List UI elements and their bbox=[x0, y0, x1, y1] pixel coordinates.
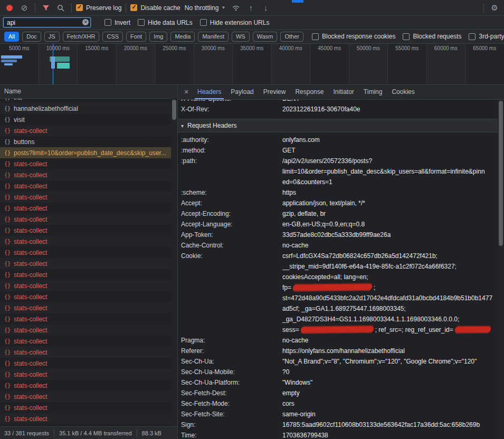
request-row[interactable]: {}stats-collect bbox=[0, 380, 177, 391]
header-row: Pragma:no-cache bbox=[178, 335, 498, 346]
request-row[interactable]: {}stats-collect bbox=[0, 369, 177, 380]
request-row[interactable]: {}stats-collect bbox=[0, 280, 177, 291]
tab-cookies[interactable]: Cookies bbox=[387, 85, 419, 99]
header-value-line: application/json, text/plain, */* bbox=[282, 198, 498, 208]
export-har-button[interactable]: ↓ bbox=[259, 2, 272, 14]
request-row[interactable]: {}stats-collect bbox=[0, 225, 177, 236]
filter-input[interactable] bbox=[3, 17, 91, 27]
timeline-tick-label: 65000 ms bbox=[465, 45, 504, 51]
clear-button[interactable]: ⊘ bbox=[18, 2, 31, 14]
section-title: Request Headers bbox=[187, 122, 236, 129]
header-name: Accept-Encoding: bbox=[181, 208, 282, 219]
request-row[interactable]: {}init bbox=[0, 99, 177, 103]
type-chip-js[interactable]: JS bbox=[44, 32, 60, 42]
checkbox-hide-extension-urls[interactable]: Hide extension URLs bbox=[200, 19, 270, 26]
request-row[interactable]: {}visit bbox=[0, 114, 177, 125]
name-column-header[interactable]: Name bbox=[0, 85, 177, 99]
request-row[interactable]: {}stats-collect bbox=[0, 247, 177, 258]
type-chip-manifest[interactable]: Manifest bbox=[198, 32, 229, 42]
request-row[interactable]: {}stats-collect bbox=[0, 203, 177, 214]
tab-preview[interactable]: Preview bbox=[259, 85, 291, 99]
request-row[interactable]: {}stats-collect bbox=[0, 291, 177, 302]
timeline-tick-label: 25000 ms bbox=[155, 45, 194, 51]
request-row[interactable]: {}stats-collect bbox=[0, 169, 177, 180]
request-name: stats-collect bbox=[14, 194, 47, 201]
disable-cache-checkbox[interactable]: Disable cache bbox=[130, 4, 180, 12]
tab-headers[interactable]: Headers bbox=[193, 85, 226, 99]
type-chip-doc[interactable]: Doc bbox=[22, 32, 41, 42]
header-value-line: ?0 bbox=[282, 367, 498, 377]
request-row[interactable]: {}stats-collect bbox=[0, 358, 177, 369]
request-row[interactable]: {}stats-collect bbox=[0, 269, 177, 280]
request-row[interactable]: {}stats-collect bbox=[0, 192, 177, 203]
request-row[interactable]: {}stats-collect bbox=[0, 158, 177, 169]
checkbox-checked-icon bbox=[76, 4, 83, 11]
header-row: Cookie:csrf=LdfcGX4Sa72db06824c657db26a5… bbox=[178, 251, 498, 335]
request-row[interactable]: {}stats-collect bbox=[0, 180, 177, 192]
scrollbar-thumb[interactable] bbox=[499, 101, 503, 246]
header-value: DENY bbox=[282, 100, 498, 104]
timeline-tick-label: 35000 ms bbox=[233, 45, 271, 51]
tab-initiator[interactable]: Initiator bbox=[328, 85, 358, 99]
checkbox-3rd-party-requests[interactable]: 3rd-party requests bbox=[469, 33, 504, 40]
search-button[interactable] bbox=[54, 2, 67, 14]
throttling-select[interactable]: No throttling ▼ bbox=[183, 4, 228, 12]
type-chip-img[interactable]: Img bbox=[149, 32, 167, 42]
request-row[interactable]: {}stats-collect bbox=[0, 347, 177, 358]
request-row[interactable]: {}buttons bbox=[0, 136, 177, 147]
type-chip-font[interactable]: Font bbox=[126, 32, 146, 42]
scrollbar-thumb[interactable] bbox=[172, 100, 176, 120]
type-chip-fetch-xhr[interactable]: Fetch/XHR bbox=[63, 32, 100, 42]
request-row[interactable]: {}hannahelizabethofficial bbox=[0, 103, 177, 114]
request-row[interactable]: {}stats-collect bbox=[0, 302, 177, 313]
request-row[interactable]: {}stats-collect bbox=[0, 125, 177, 136]
type-chip-all[interactable]: All bbox=[4, 32, 19, 42]
header-name: Sec-Ch-Ua-Mobile: bbox=[181, 367, 282, 377]
header-name: Sign: bbox=[181, 419, 282, 430]
network-conditions-button[interactable] bbox=[230, 2, 242, 14]
request-row[interactable]: {}stats-collect bbox=[0, 413, 177, 424]
header-value-line: no-cache bbox=[282, 335, 498, 346]
request-name: stats-collect bbox=[14, 404, 47, 412]
checkbox-hide-data-urls[interactable]: Hide data URLs bbox=[138, 19, 193, 26]
request-row[interactable]: {}stats-collect bbox=[0, 336, 177, 347]
settings-button[interactable]: ⚙ bbox=[488, 2, 501, 14]
close-details-button[interactable]: ✕ bbox=[180, 89, 193, 96]
request-row[interactable]: {}stats-collect bbox=[0, 325, 177, 336]
record-button[interactable] bbox=[3, 2, 16, 14]
timeline-overview[interactable]: 5000 ms10000 ms15000 ms20000 ms25000 ms3… bbox=[0, 44, 504, 85]
request-row[interactable]: {}stats-collect bbox=[0, 391, 177, 402]
tab-response[interactable]: Response bbox=[290, 85, 328, 99]
header-value: gzip, deflate, br bbox=[282, 208, 498, 219]
request-headers-section-header[interactable]: ▾ Request Headers bbox=[178, 119, 498, 132]
json-request-icon: {} bbox=[4, 394, 11, 399]
json-request-icon: {} bbox=[4, 150, 11, 156]
request-row[interactable]: {}stats-collect bbox=[0, 313, 177, 325]
json-request-icon: {} bbox=[4, 294, 11, 300]
type-chip-media[interactable]: Media bbox=[170, 32, 195, 42]
tab-timing[interactable]: Timing bbox=[359, 85, 387, 99]
request-list-scrollbar[interactable] bbox=[171, 98, 177, 426]
checkbox-blocked-requests[interactable]: Blocked requests bbox=[403, 33, 461, 40]
checkbox-blocked-response-cookies[interactable]: Blocked response cookies bbox=[312, 33, 395, 40]
tab-payload[interactable]: Payload bbox=[226, 85, 258, 99]
type-chip-wasm[interactable]: Wasm bbox=[253, 32, 278, 42]
type-chip-other[interactable]: Other bbox=[280, 32, 303, 42]
checkbox-invert[interactable]: Invert bbox=[104, 19, 130, 26]
import-har-button[interactable]: ↑ bbox=[244, 2, 257, 14]
timeline-cell: 20000 ms bbox=[117, 44, 156, 84]
redaction-scribble bbox=[300, 326, 374, 332]
request-row[interactable]: {}stats-collect bbox=[0, 258, 177, 269]
preserve-log-checkbox[interactable]: Preserve log bbox=[76, 4, 121, 12]
request-row[interactable]: {}stats-collect bbox=[0, 402, 177, 413]
clear-filter-icon[interactable]: ✕ bbox=[82, 19, 89, 25]
details-scrollbar[interactable] bbox=[498, 100, 504, 439]
request-row[interactable]: {}posts?limit=10&order=publish_date_desc… bbox=[0, 147, 177, 158]
json-request-icon: {} bbox=[4, 327, 11, 333]
request-row[interactable]: {}stats-collect bbox=[0, 214, 177, 225]
type-chip-css[interactable]: CSS bbox=[102, 32, 123, 42]
filter-toggle-button[interactable] bbox=[40, 2, 52, 14]
preserve-log-label: Preserve log bbox=[86, 4, 121, 12]
request-row[interactable]: {}stats-collect bbox=[0, 236, 177, 247]
type-chip-ws[interactable]: WS bbox=[232, 32, 250, 42]
